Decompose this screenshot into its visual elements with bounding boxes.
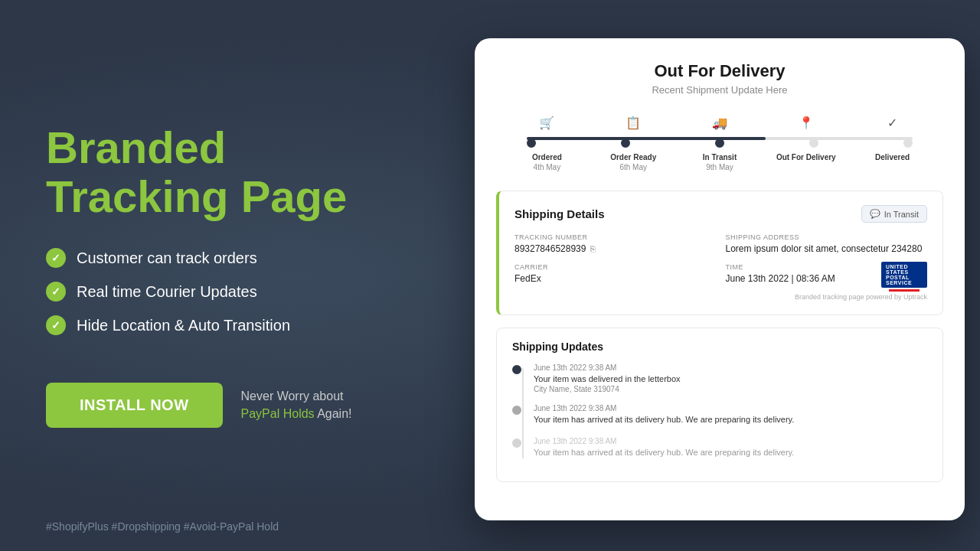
label-in-transit: In Transit 9th May xyxy=(677,152,763,172)
label-ordered: Ordered 4th May xyxy=(504,152,590,172)
tracking-number-value: 89327846528939 ⎘ xyxy=(514,243,717,254)
carrier-value: FedEx xyxy=(514,273,717,284)
left-panel: Branded Tracking Page ✓ Customer can tra… xyxy=(46,0,444,551)
dot-in-transit xyxy=(715,139,724,148)
update-time-2: June 13th 2022 9:38 AM xyxy=(534,404,927,412)
shipping-grid: TRACKING NUMBER 89327846528939 ⎘ SHIPPIN… xyxy=(514,233,927,284)
powered-by: Branded tracking page powered by Uptrack xyxy=(514,293,927,301)
usps-logo: UNITED STATESPOSTAL SERVICE xyxy=(881,261,927,292)
carrier-field: CARRIER FedEx xyxy=(514,263,717,284)
update-item-3: June 13th 2022 9:38 AM Your item has arr… xyxy=(512,437,927,458)
check-icon-1: ✓ xyxy=(46,248,66,268)
shipping-card-header: Shipping Details 💬 In Transit xyxy=(514,205,927,223)
check-icon-2: ✓ xyxy=(46,282,66,302)
shipping-address-label: SHIPPING ADDRESS xyxy=(726,233,928,241)
tracking-title: Out For Delivery xyxy=(496,61,943,81)
dot-out-for-delivery xyxy=(809,139,818,148)
truck-icon: 🚚 xyxy=(708,111,731,134)
label-delivered: Delivered xyxy=(849,152,936,172)
tracking-number-field: TRACKING NUMBER 89327846528939 ⎘ xyxy=(514,233,717,254)
title-line1: Branded xyxy=(46,122,226,172)
update-dot-2 xyxy=(512,406,521,415)
features-list: ✓ Customer can track orders ✓ Real time … xyxy=(46,248,444,349)
step-out-for-delivery: 📍 xyxy=(763,111,849,134)
tracking-number-label: TRACKING NUMBER xyxy=(514,233,717,241)
feature-text-2: Real time Courier Updates xyxy=(77,283,257,301)
cta-after: Again! xyxy=(317,407,351,420)
update-location-1: City Name, State 319074 xyxy=(534,385,927,393)
hashtags: #ShopifyPlus #Dropshipping #Avoid-PayPal… xyxy=(46,520,279,533)
feature-item-1: ✓ Customer can track orders xyxy=(46,248,444,268)
in-transit-badge: 💬 In Transit xyxy=(861,205,927,223)
title-line2: Tracking Page xyxy=(46,171,347,221)
main-title: Branded Tracking Page xyxy=(46,123,444,221)
label-out-for-delivery: Out For Delivery xyxy=(763,152,849,172)
shipping-card-title: Shipping Details xyxy=(514,207,605,220)
tracking-card: Out For Delivery Recent Shipment Update … xyxy=(475,38,965,520)
update-text-1: Your item was delivered in the letterbox xyxy=(534,373,927,385)
carrier-label: CARRIER xyxy=(514,263,717,271)
feature-item-2: ✓ Real time Courier Updates xyxy=(46,282,444,302)
update-content-1: June 13th 2022 9:38 AM Your item was del… xyxy=(534,364,927,393)
update-item-1: June 13th 2022 9:38 AM Your item was del… xyxy=(512,364,927,393)
tracking-subtitle: Recent Shipment Update Here xyxy=(496,84,943,96)
tracking-header: Out For Delivery Recent Shipment Update … xyxy=(496,61,943,96)
clipboard-icon: 📋 xyxy=(622,111,645,134)
badge-label: In Transit xyxy=(884,210,919,219)
update-dot-col-3 xyxy=(512,437,521,458)
feature-text-3: Hide Location & Auto Transition xyxy=(77,317,290,334)
label-order-ready: Order Ready 6th May xyxy=(590,152,677,172)
update-item-2: June 13th 2022 9:38 AM Your item has arr… xyxy=(512,404,927,425)
transit-icon: 💬 xyxy=(870,209,880,219)
check-icon-3: ✓ xyxy=(46,315,66,335)
usps-stripe xyxy=(889,289,920,292)
shipping-details-card: Shipping Details 💬 In Transit TRACKING N… xyxy=(496,191,943,315)
delivered-icon: ✓ xyxy=(881,111,904,134)
step-ordered: 🛒 xyxy=(504,111,590,134)
update-text-2: Your item has arrived at its delivery hu… xyxy=(534,414,927,425)
cta-before: Never Worry about xyxy=(241,390,344,403)
location-icon: 📍 xyxy=(795,111,818,134)
feature-item-3: ✓ Hide Location & Auto Transition xyxy=(46,315,444,335)
update-content-3: June 13th 2022 9:38 AM Your item has arr… xyxy=(534,437,927,458)
cta-highlight: PayPal Holds xyxy=(241,407,315,420)
updates-title: Shipping Updates xyxy=(512,341,927,353)
progress-icons: 🛒 📋 🚚 📍 ✓ xyxy=(504,111,936,134)
update-content-2: June 13th 2022 9:38 AM Your item has arr… xyxy=(534,404,927,425)
update-time-1: June 13th 2022 9:38 AM xyxy=(534,364,927,372)
copy-icon[interactable]: ⎘ xyxy=(590,244,596,253)
cart-icon: 🛒 xyxy=(535,111,558,134)
step-delivered: ✓ xyxy=(849,111,936,134)
progress-labels: Ordered 4th May Order Ready 6th May In T… xyxy=(504,152,936,172)
feature-text-1: Customer can track orders xyxy=(77,249,257,267)
progress-section: 🛒 📋 🚚 📍 ✓ xyxy=(496,111,943,172)
update-timeline: June 13th 2022 9:38 AM Your item was del… xyxy=(512,364,927,458)
usps-logo-text: UNITED STATESPOSTAL SERVICE xyxy=(881,262,927,288)
cta-row: INSTALL NOW Never Worry about PayPal Hol… xyxy=(46,383,444,428)
update-dot-col-1 xyxy=(512,364,521,393)
cta-text: Never Worry about PayPal Holds Again! xyxy=(241,388,352,422)
update-text-3: Your item has arrived at its delivery hu… xyxy=(534,447,927,458)
shipping-updates-card: Shipping Updates June 13th 2022 9:38 AM … xyxy=(496,328,943,482)
dot-order-ready xyxy=(621,139,630,148)
update-dot-col-2 xyxy=(512,404,521,425)
shipping-address-value: Lorem ipsum dolor sit amet, consectetur … xyxy=(726,243,928,254)
step-order-ready: 📋 xyxy=(590,111,677,134)
update-dot-1 xyxy=(512,365,521,374)
step-in-transit: 🚚 xyxy=(677,111,763,134)
dot-delivered xyxy=(903,139,913,148)
update-time-3: June 13th 2022 9:38 AM xyxy=(534,437,927,445)
update-dot-3 xyxy=(512,439,521,448)
shipping-address-field: SHIPPING ADDRESS Lorem ipsum dolor sit a… xyxy=(726,233,928,254)
install-now-button[interactable]: INSTALL NOW xyxy=(46,383,223,428)
dot-ordered xyxy=(527,139,536,148)
